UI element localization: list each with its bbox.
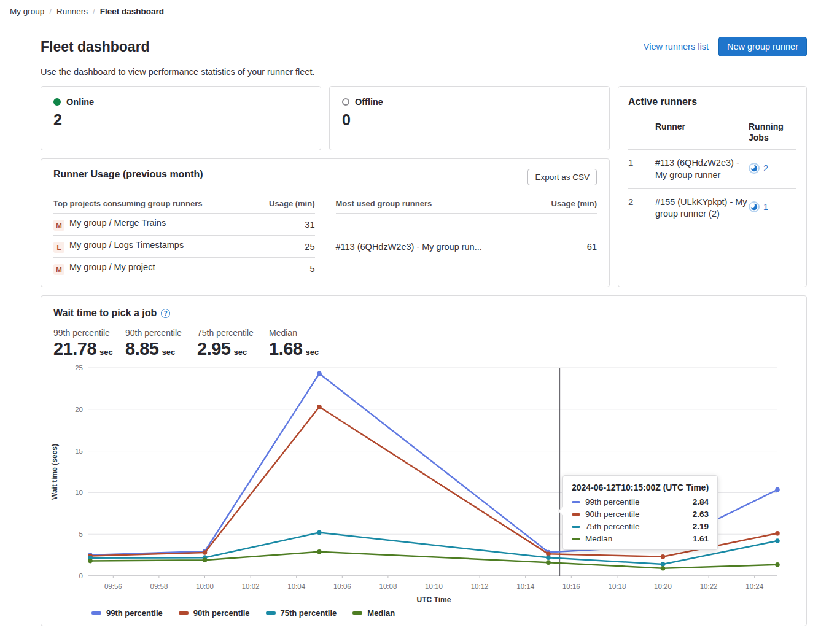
chart-tooltip: 2024-06-12T10:15:00Z (UTC Time) 99th per… xyxy=(562,475,718,550)
running-status-icon xyxy=(749,163,760,174)
active-runners-table: Runner Running Jobs 1 #113 (6QHdzW2e3) -… xyxy=(628,114,796,227)
runner-rank: 2 xyxy=(628,188,655,227)
project-usage-value: 5 xyxy=(262,258,315,280)
legend-item-99th-percentile[interactable]: 99th percentile xyxy=(91,608,163,618)
data-point[interactable] xyxy=(317,530,322,535)
active-runners-title: Active runners xyxy=(628,96,796,107)
offline-count: 0 xyxy=(342,111,597,129)
x-tick-label: 10:00 xyxy=(196,583,214,590)
y-tick-label: 0 xyxy=(79,572,83,580)
data-point[interactable] xyxy=(546,556,551,561)
wait-time-card: Wait time to pick a job ? 99th percentil… xyxy=(41,295,807,626)
data-point[interactable] xyxy=(661,562,666,567)
table-row: MMy group / My project 5 xyxy=(53,258,315,280)
top-projects-column-header: Top projects consuming group runners xyxy=(53,193,262,214)
y-tick-label: 25 xyxy=(75,364,83,371)
data-point[interactable] xyxy=(661,566,666,571)
x-tick-label: 10:14 xyxy=(516,583,534,590)
legend-item-90th-percentile[interactable]: 90th percentile xyxy=(179,608,250,618)
tooltip-series-label: 99th percentile xyxy=(585,497,688,506)
tooltip-row: Median 1.61 xyxy=(572,534,709,543)
x-tick-label: 10:06 xyxy=(333,583,351,590)
export-csv-button[interactable]: Export as CSV xyxy=(527,169,597,185)
runner-usage-title: Runner Usage (previous month) xyxy=(53,169,203,180)
x-tick-label: 10:10 xyxy=(425,583,443,590)
data-point[interactable] xyxy=(203,557,208,562)
data-point[interactable] xyxy=(661,554,666,559)
new-group-runner-button[interactable]: New group runner xyxy=(718,37,807,56)
breadcrumb: My group / Runners / Fleet dashboard xyxy=(0,0,829,23)
running-status-icon xyxy=(749,201,760,212)
series-swatch xyxy=(572,501,580,503)
stat-label: 75th percentile xyxy=(197,328,258,338)
breadcrumb-my-group[interactable]: My group xyxy=(10,7,44,16)
usage-min-column-header: Usage (min) xyxy=(262,193,315,214)
x-tick-label: 10:02 xyxy=(242,583,260,590)
view-runners-list-link[interactable]: View runners list xyxy=(644,42,709,52)
x-tick-label: 10:12 xyxy=(471,583,489,590)
series-swatch xyxy=(91,611,101,615)
project-name: My group / My project xyxy=(69,262,155,272)
stat-label: 90th percentile xyxy=(125,328,186,338)
running-jobs-link[interactable]: 2 xyxy=(749,163,768,174)
data-point[interactable] xyxy=(317,371,322,376)
data-point[interactable] xyxy=(775,562,780,567)
legend-item-median[interactable]: Median xyxy=(352,608,395,618)
legend-label: 99th percentile xyxy=(106,608,163,618)
project-avatar: L xyxy=(53,242,64,253)
breadcrumb-runners[interactable]: Runners xyxy=(56,7,88,16)
most-used-runners-table: Most used group runners Usage (min) #113… xyxy=(336,193,597,279)
runner-column-header: Runner xyxy=(655,114,749,150)
stat-unit: sec xyxy=(233,347,247,357)
data-point[interactable] xyxy=(88,559,93,564)
online-count: 2 xyxy=(53,111,308,129)
help-icon[interactable]: ? xyxy=(161,309,170,318)
breadcrumb-fleet-dashboard: Fleet dashboard xyxy=(100,7,164,16)
most-used-runners-column-header: Most used group runners xyxy=(336,193,545,214)
top-projects-table: Top projects consuming group runners Usa… xyxy=(53,193,315,279)
x-axis-title: UTC Time xyxy=(417,596,451,604)
x-tick-label: 10:20 xyxy=(654,583,672,590)
tooltip-series-value: 2.63 xyxy=(693,510,709,519)
runner-name: #113 (6QHdzW2e3) - My group run... xyxy=(336,214,545,280)
data-point[interactable] xyxy=(203,550,208,555)
tooltip-series-label: 75th percentile xyxy=(585,522,688,531)
legend-item-75th-percentile[interactable]: 75th percentile xyxy=(266,608,337,618)
breadcrumb-separator: / xyxy=(49,7,52,16)
offline-label: Offline xyxy=(355,97,383,107)
stat-value: 21.78 xyxy=(53,339,96,359)
series-swatch xyxy=(179,611,189,615)
index-column-header xyxy=(628,114,655,150)
wait-time-chart[interactable]: 051015202509:5609:5810:0010:0210:0410:06… xyxy=(51,362,796,607)
usage-min-column-header: Usage (min) xyxy=(544,193,597,214)
stat-unit: sec xyxy=(162,347,175,357)
legend-label: 75th percentile xyxy=(281,608,337,618)
offline-status-icon xyxy=(342,98,349,106)
online-status-icon xyxy=(53,98,61,106)
data-point[interactable] xyxy=(775,531,780,536)
data-point[interactable] xyxy=(317,549,322,554)
data-point[interactable] xyxy=(317,405,322,409)
runner-rank: 1 xyxy=(628,150,655,188)
stat-unit: sec xyxy=(99,347,113,357)
series-swatch xyxy=(572,513,580,516)
tooltip-series-value: 2.19 xyxy=(693,522,709,531)
data-point[interactable] xyxy=(546,560,551,565)
project-usage-value: 31 xyxy=(262,214,315,236)
stat-99th-percentile: 99th percentile 21.78 sec xyxy=(53,328,114,359)
tooltip-series-value: 2.84 xyxy=(693,497,709,506)
running-jobs-link[interactable]: 1 xyxy=(749,201,768,212)
project-name: My group / Logs Timestamps xyxy=(69,240,184,250)
x-tick-label: 10:24 xyxy=(745,583,763,590)
offline-card: Offline 0 xyxy=(329,86,610,150)
data-point[interactable] xyxy=(775,487,780,492)
series-swatch xyxy=(572,526,580,528)
data-point[interactable] xyxy=(775,538,780,543)
stat-value: 2.95 xyxy=(197,339,230,359)
y-axis-title: Wait time (secs) xyxy=(50,444,59,500)
runner-name: #155 (ULkKYpkpt) - My group runner (2) xyxy=(655,188,749,227)
stat-label: 99th percentile xyxy=(53,328,114,338)
runner-usage-card: Runner Usage (previous month) Export as … xyxy=(41,158,610,287)
x-tick-label: 10:22 xyxy=(700,583,718,590)
y-tick-label: 10 xyxy=(75,489,83,496)
